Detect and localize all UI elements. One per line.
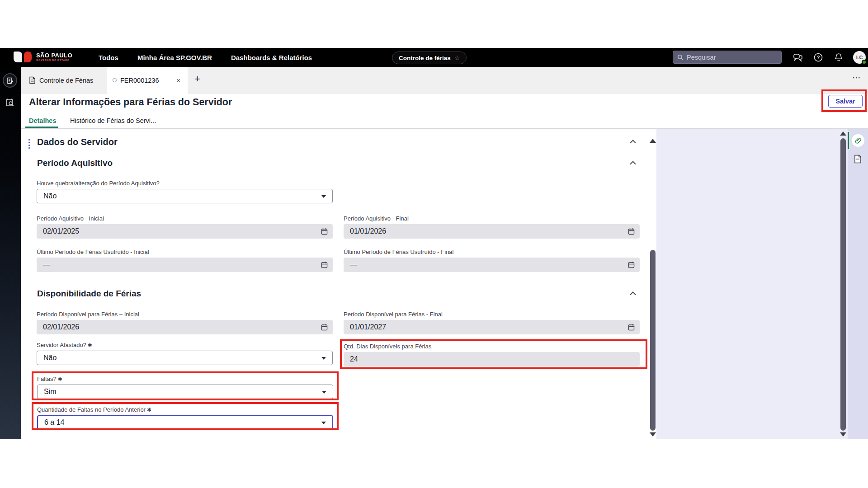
houve-quebra-select[interactable]: Não [37,189,333,203]
user-avatar[interactable]: LC [853,51,866,64]
faltas-field: Faltas?✱ Sim [37,375,333,399]
nav-item-dashboards[interactable]: Dashboards & Relatórios [231,54,312,61]
search-input[interactable] [687,54,777,61]
left-app-rail [0,48,21,439]
nav-item-todos[interactable]: Todos [99,54,118,61]
calendar-icon [321,228,328,235]
close-tab-icon[interactable]: × [175,75,182,85]
app-window: SÃO PAULO GOVERNO DO ESTADO Todos Minha … [0,0,868,488]
tab-label: Controle de Férias [39,77,93,84]
collapse-section-chevron-icon[interactable] [629,140,637,144]
global-search[interactable] [673,51,782,64]
section-title-periodo-aquisitivo: Período Aquisitivo [37,158,113,168]
panel-scrollbar-thumb[interactable] [840,138,846,431]
record-form: Dados do Servidor Período Aquisitivo Hou… [21,129,648,439]
field-label: Período Aquisitivo - Inicial [37,215,333,222]
side-panel-toolbar [848,129,868,439]
attachments-button[interactable] [852,134,864,147]
field-periodo-aquisitivo-inicial: Período Aquisitivo - Inicial 02/01/2025 [37,215,333,239]
form-scrollbar-thumb[interactable] [650,250,656,431]
scroll-down-arrow[interactable] [650,432,656,436]
field-value: 02/01/2026 [43,323,79,331]
tab-overflow-menu-icon[interactable]: ⋯ [852,72,862,83]
logo-subtitle: GOVERNO DO ESTADO [36,59,72,62]
field-value: Sim [44,388,57,396]
active-tab-underline [25,127,58,128]
section-title-disponibilidade: Disponibilidade de Férias [37,289,141,299]
tab-detalhes[interactable]: Detalhes [29,117,56,124]
pa-final-date-field[interactable]: 01/01/2026 [344,224,640,239]
logo-title: SÃO PAULO [36,52,72,58]
tab-label: FER0001236 [120,77,171,84]
field-value: Não [43,354,57,362]
svg-text:?: ? [817,55,820,60]
field-value: 6 a 14 [44,418,64,427]
field-label: Servidor Afastado? [37,342,86,348]
qtd-dias-input[interactable]: 24 [344,352,640,366]
ultimo-final-date-field[interactable]: — [344,258,640,272]
qtd-faltas-field: Quantidade de Faltas no Período Anterior… [37,406,333,430]
active-panel-indicator [848,132,849,149]
field-periodo-disponivel-inicial: Período Disponível para Férias – Inicial… [37,311,333,334]
save-button[interactable]: Salvar [828,95,863,108]
field-ultimo-periodo-inicial: Último Período de Férias Usufruído - Ini… [37,249,333,272]
new-tab-button[interactable]: + [194,73,200,85]
faltas-select[interactable]: Sim [37,385,333,399]
calendar-icon [321,261,328,268]
sp-gov-logo[interactable]: SÃO PAULO GOVERNO DO ESTADO [14,52,72,62]
header-icon-group: ? LC [792,51,866,64]
presence-online-dot [862,60,867,65]
scroll-up-arrow[interactable] [650,139,656,143]
field-value: 01/01/2026 [350,227,386,235]
field-houve-quebra: Houve quebra/alteração do Período Aquisi… [37,180,333,203]
tab-controle-de-ferias[interactable]: Controle de Férias [25,67,97,94]
avatar-initials: LC [856,55,863,60]
field-value: — [43,261,50,269]
favorite-context-pill[interactable]: Controle de férias ☆ [392,52,467,64]
search-icon [677,54,684,61]
pd-inicial-date-field[interactable]: 02/01/2026 [37,320,333,334]
document-panel-button[interactable] [854,155,862,164]
servidor-afastado-select[interactable]: Não [37,351,333,365]
field-label: Período Disponível para Férias - Final [344,311,640,318]
pill-label: Controle de férias [399,55,451,61]
panel-scroll-down-arrow[interactable] [840,432,846,436]
ultimo-inicial-date-field[interactable]: — [37,258,333,272]
paperclip-icon [854,137,862,145]
dropdown-caret-icon [322,391,326,394]
chat-icon[interactable] [792,52,804,63]
field-label: Último Período de Férias Usufruído - Fin… [344,249,640,255]
tab-historico-ferias[interactable]: Histórico de Férias do Servi... [70,117,156,124]
divider [21,128,868,129]
field-value: 01/01/2027 [350,323,386,331]
field-label: Último Período de Férias Usufruído - Ini… [37,249,333,255]
logo-shape-red [24,52,32,62]
star-icon[interactable]: ☆ [454,55,460,61]
search-records-icon [5,98,15,108]
record-search-rail-button[interactable] [5,98,15,108]
pd-final-date-field[interactable]: 01/01/2027 [344,320,640,334]
help-icon[interactable]: ? [812,52,824,63]
attachments-side-panel [656,129,848,439]
section-drag-handle[interactable] [28,139,30,149]
field-value: Não [43,192,57,200]
field-periodo-disponivel-final: Período Disponível para Férias - Final 0… [344,311,640,334]
required-marker: ✱ [58,376,62,382]
page-title: Alterar Informações para Férias do Servi… [29,97,232,108]
tab-fer0001236[interactable]: FER0001236 × [107,67,188,94]
active-form-rail-button[interactable] [3,73,17,88]
collapse-section-chevron-icon[interactable] [629,291,637,296]
panel-scroll-up-arrow[interactable] [840,131,846,136]
qtd-faltas-select[interactable]: 6 a 14 [37,415,333,430]
field-label: Período Aquisitivo - Final [344,215,640,222]
field-label: Quantidade de Faltas no Período Anterior [37,406,146,413]
field-label: Houve quebra/alteração do Período Aquisi… [37,180,333,187]
required-marker: ✱ [147,407,151,413]
notifications-bell-icon[interactable] [833,52,844,63]
nav-item-minha-area[interactable]: Minha Área SP.GOV.BR [137,54,212,61]
dropdown-caret-icon [321,195,326,198]
pa-inicial-date-field[interactable]: 02/01/2025 [37,224,333,239]
dropdown-caret-icon [321,357,326,360]
collapse-section-chevron-icon[interactable] [629,161,637,165]
calendar-icon [628,261,635,268]
